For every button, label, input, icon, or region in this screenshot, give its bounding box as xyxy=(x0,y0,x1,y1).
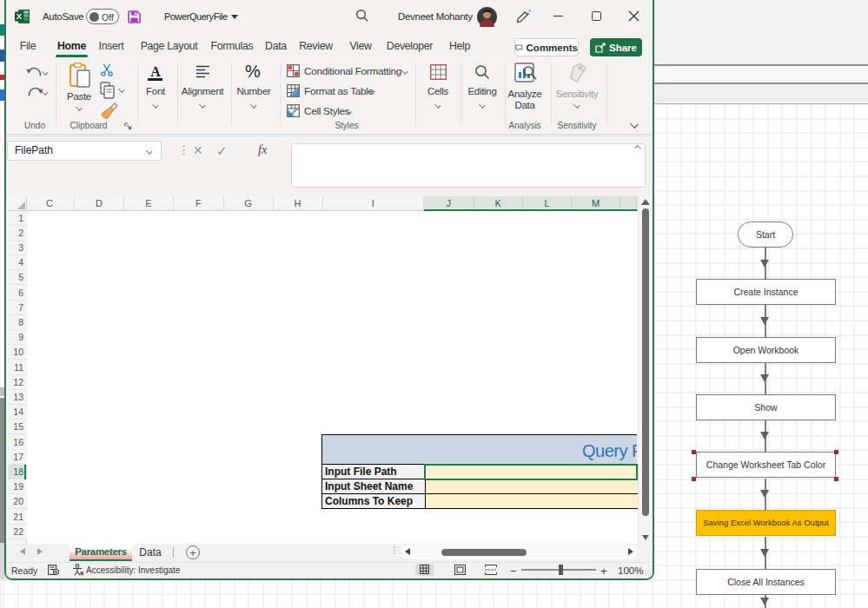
svg-text:X: X xyxy=(17,11,23,21)
